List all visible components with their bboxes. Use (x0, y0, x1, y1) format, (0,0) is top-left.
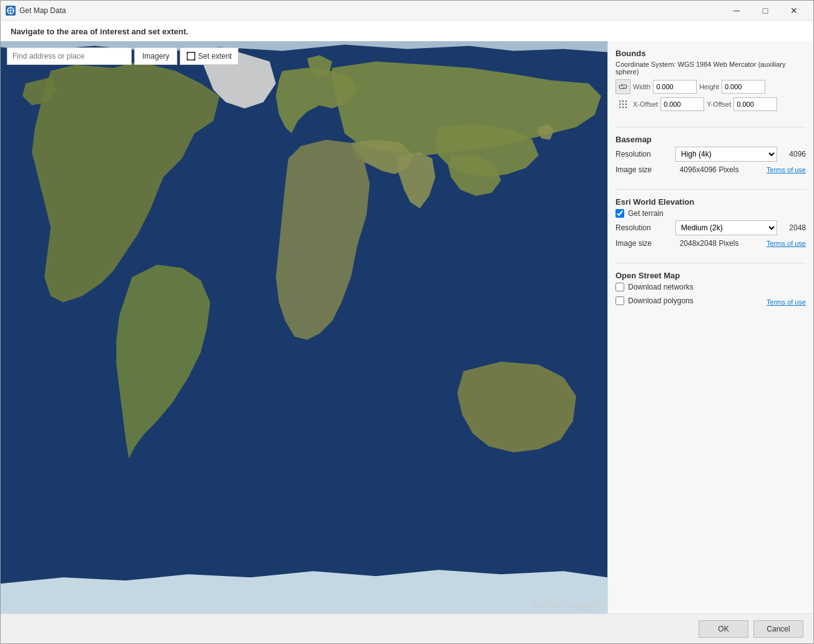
elevation-image-size-row: Image size 2048x2048 Pixels Terms of use (615, 239, 806, 248)
maximize-button[interactable]: □ (751, 1, 780, 21)
coord-system-row: Coordinate System: WGS 1984 Web Mercator… (615, 61, 806, 76)
minimize-button[interactable]: ─ (722, 1, 751, 21)
close-button[interactable]: ✕ (780, 1, 808, 21)
basemap-resolution-label: Resolution (615, 150, 672, 159)
svg-rect-4 (187, 52, 195, 60)
bounds-title: Bounds (615, 49, 806, 58)
set-extent-button[interactable]: Set extent (180, 47, 238, 65)
bottom-bar: OK Cancel (1, 613, 813, 643)
svg-point-19 (619, 107, 620, 108)
elevation-section: Esri World Elevation Get terrain Resolut… (615, 197, 806, 250)
basemap-title: Basemap (615, 135, 806, 144)
grid-dots-icon (619, 100, 627, 109)
bounds-section: Bounds Coordinate System: WGS 1984 Web M… (615, 49, 806, 114)
elevation-resolution-row: Resolution Low (1k) Medium (2k) High (4k… (615, 220, 806, 235)
title-bar: Get Map Data ─ □ ✕ (1, 1, 813, 21)
get-terrain-row: Get terrain (615, 209, 806, 218)
width-label: Width (633, 83, 650, 90)
y-offset-input[interactable] (733, 97, 777, 111)
height-input[interactable] (722, 80, 765, 94)
elevation-image-size-label: Image size (615, 239, 652, 248)
svg-point-17 (622, 104, 624, 105)
ok-button[interactable]: OK (699, 620, 748, 638)
cancel-button[interactable]: Cancel (753, 620, 803, 638)
get-terrain-checkbox[interactable] (615, 209, 624, 218)
basemap-resolution-row: Resolution Low (1k) Medium (2k) High (4k… (615, 147, 806, 162)
window-controls: ─ □ ✕ (722, 1, 808, 21)
app-icon (6, 6, 16, 16)
y-offset-label: Y-Offset (707, 100, 731, 108)
svg-point-13 (619, 100, 620, 102)
elevation-image-size-value: 2048x2048 Pixels (680, 239, 739, 248)
map-area[interactable]: Imagery Set extent (1, 41, 607, 613)
svg-point-14 (622, 100, 624, 102)
main-window: Get Map Data ─ □ ✕ Navigate to the area … (0, 0, 814, 644)
basemap-image-size-label: Image size (615, 165, 652, 174)
svg-point-18 (625, 104, 627, 105)
download-networks-label: Download networks (628, 283, 694, 291)
elevation-terms-link[interactable]: Terms of use (767, 240, 806, 247)
osm-terms-link[interactable]: Terms of use (767, 298, 806, 306)
osm-section: Open Street Map Download networks Downlo… (615, 271, 806, 308)
link-icon[interactable] (615, 79, 630, 94)
get-terrain-label: Get terrain (628, 209, 664, 218)
svg-point-15 (625, 100, 627, 102)
world-map (1, 41, 607, 613)
basemap-section: Basemap Resolution Low (1k) Medium (2k) … (615, 135, 806, 177)
imagery-button[interactable]: Imagery (134, 47, 177, 65)
elevation-title: Esri World Elevation (615, 197, 806, 207)
main-content: Imagery Set extent (1, 41, 813, 613)
basemap-terms-link[interactable]: Terms of use (767, 166, 806, 173)
download-polygons-label: Download polygons (628, 296, 694, 305)
elevation-resolution-select[interactable]: Low (1k) Medium (2k) High (4k) (675, 220, 777, 235)
height-label: Height (699, 83, 719, 90)
map-toolbar: Imagery Set extent (7, 47, 238, 65)
download-networks-row: Download networks (615, 283, 806, 291)
window-title: Get Map Data (19, 6, 722, 15)
x-offset-label: X-Offset (633, 100, 658, 108)
chain-icon (619, 82, 627, 91)
grid-icon (615, 97, 630, 112)
set-extent-label: Set extent (198, 52, 232, 61)
elevation-resolution-number: 2048 (781, 223, 806, 232)
basemap-image-size-row: Image size 4096x4096 Pixels Terms of use (615, 165, 806, 174)
x-offset-input[interactable] (660, 97, 704, 111)
osm-title: Open Street Map (615, 271, 806, 280)
subtitle: Navigate to the area of interest and set… (1, 21, 813, 41)
download-networks-checkbox[interactable] (615, 283, 624, 291)
map-attribution: Earthstar Geographics (534, 601, 602, 608)
download-polygons-row: Download polygons (615, 296, 767, 305)
svg-point-20 (622, 107, 624, 108)
basemap-image-size-value: 4096x4096 Pixels (680, 165, 739, 174)
download-polygons-checkbox[interactable] (615, 296, 624, 305)
coord-system-label: Coordinate System: (615, 61, 676, 68)
right-panel: Bounds Coordinate System: WGS 1984 Web M… (607, 41, 813, 613)
basemap-resolution-select[interactable]: Low (1k) Medium (2k) High (4k) Very High… (675, 147, 777, 162)
extent-icon (187, 52, 195, 61)
width-input[interactable] (653, 80, 697, 94)
search-input[interactable] (7, 47, 132, 65)
svg-point-21 (625, 107, 627, 108)
elevation-resolution-label: Resolution (615, 223, 672, 232)
svg-point-16 (619, 104, 620, 105)
basemap-resolution-number: 4096 (781, 150, 806, 159)
